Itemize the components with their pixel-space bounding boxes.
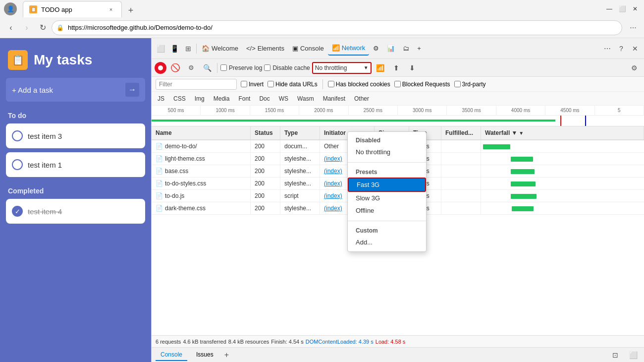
dt-tab-memory[interactable]: 📊 [383, 42, 399, 56]
task-text-1: test item 1 [28, 161, 62, 169]
clear-btn[interactable]: 🚫 [168, 61, 182, 75]
tab-close-btn[interactable]: × [107, 5, 115, 14]
todo-title: My tasks [34, 52, 92, 68]
add-item[interactable]: Add... [348, 236, 426, 248]
record-btn[interactable] [155, 62, 166, 74]
download-btn[interactable]: ⬇ [405, 61, 419, 75]
restore-btn[interactable]: ⬜ [617, 4, 627, 14]
filter-toggle-btn[interactable]: ⚙ [184, 61, 198, 75]
todo-section-label: To do [6, 112, 145, 120]
col-header-type[interactable]: Type [280, 126, 320, 139]
address-input[interactable] [52, 20, 622, 35]
hide-data-url-cb[interactable] [268, 81, 274, 87]
type-filter-font[interactable]: Font [234, 94, 254, 104]
dt-settings-btn[interactable]: ⚙ [627, 61, 641, 75]
dt-tab-welcome[interactable]: 🏠 Welcome [198, 42, 242, 56]
new-tab-btn[interactable]: + [124, 3, 138, 17]
window-close-btn[interactable]: ✕ [630, 4, 640, 14]
wifi-btn[interactable]: 📶 [374, 61, 387, 75]
task-checkbox-4[interactable]: ✓ [12, 206, 23, 217]
cell-fulfilled-4 [441, 178, 481, 189]
preserve-log-label[interactable]: Preserve log [220, 64, 262, 71]
task-item-1[interactable]: test item 1 [6, 152, 145, 177]
invert-cb[interactable] [241, 81, 247, 87]
dt-more-btn[interactable]: ⋯ [600, 42, 614, 56]
dt-tab-performance[interactable]: ⚙ [369, 42, 383, 56]
disable-cache-label[interactable]: Disable cache [264, 64, 310, 71]
dt-tab-add[interactable]: + [413, 42, 425, 56]
col-header-fulfilled[interactable]: Fulfilled... [441, 126, 481, 139]
add-task-label: + Add a task [12, 86, 125, 94]
invert-label[interactable]: Invert [241, 81, 264, 88]
type-filter-media[interactable]: Media [210, 94, 234, 104]
dt-help-btn[interactable]: ? [614, 42, 628, 56]
throttle-select[interactable]: No throttling ▼ [312, 62, 372, 74]
type-filter-js[interactable]: JS [154, 94, 168, 104]
back-btn[interactable]: ‹ [4, 21, 18, 35]
task-item-4[interactable]: ✓ test item 4 [6, 199, 145, 224]
type-filter-css[interactable]: CSS [169, 94, 190, 104]
fast-3g-item[interactable]: Fast 3G [348, 178, 426, 192]
type-filter-img[interactable]: Img [191, 94, 209, 104]
dt-tab-network[interactable]: 📶 Network [328, 42, 370, 56]
blocked-cookies-label[interactable]: Has blocked cookies [328, 81, 390, 88]
presets-header: Presets [348, 167, 426, 178]
bottom-tab-add[interactable]: + [222, 351, 231, 360]
dropdown-div-2 [348, 221, 426, 221]
task-checkbox-3[interactable] [12, 130, 23, 141]
presets-section: Presets Fast 3G Slow 3G Offline [348, 164, 426, 220]
col-header-name[interactable]: Name [152, 126, 251, 139]
waterfall-bar-2 [511, 157, 533, 162]
third-party-label[interactable]: 3rd-party [454, 81, 486, 88]
type-filter-doc[interactable]: Doc [255, 94, 273, 104]
dt-inspect-btn[interactable]: ⬜ [154, 42, 167, 56]
minimize-btn[interactable]: — [604, 4, 614, 14]
slow-3g-item[interactable]: Slow 3G [348, 192, 426, 204]
search-btn[interactable]: 🔍 [200, 61, 214, 75]
title-bar: 👤 📋 TODO app × + — ⬜ ✕ [0, 0, 644, 17]
bottom-expand-btn[interactable]: ⬜ [626, 348, 640, 362]
dt-responsive-btn[interactable]: ⊞ [181, 42, 195, 56]
dt-tab-console[interactable]: ▣ Console [288, 42, 328, 56]
type-filter-other[interactable]: Other [350, 94, 373, 104]
upload-btn[interactable]: ⬆ [389, 61, 403, 75]
filter-input[interactable] [156, 79, 237, 90]
waterfall-cell-5 [481, 190, 644, 202]
dt-tab-application[interactable]: 🗂 [399, 42, 413, 56]
filter-sep [322, 79, 323, 89]
refresh-btn[interactable]: ↻ [36, 21, 50, 35]
resources-size: 8.4 kB resources [228, 339, 269, 345]
type-filter-manifest[interactable]: Manifest [319, 94, 349, 104]
cell-type-3: styleshe... [280, 165, 320, 177]
disable-cache-cb[interactable] [264, 64, 270, 71]
preserve-log-cb[interactable] [220, 64, 227, 71]
type-filter-ws[interactable]: WS [275, 94, 292, 104]
forward-btn[interactable]: › [20, 21, 34, 35]
app-icon: 🗂 [403, 45, 409, 52]
blocked-requests-cb[interactable] [394, 81, 401, 87]
blocked-cookies-cb[interactable] [328, 81, 334, 87]
browser-menu-btn[interactable]: ··· [626, 21, 640, 35]
no-throttling-item[interactable]: No throttling [348, 146, 426, 158]
dt-close-btn[interactable]: ✕ [628, 42, 642, 56]
hide-data-url-label[interactable]: Hide data URLs [268, 81, 318, 88]
task-item-3[interactable]: test item 3 [6, 123, 145, 148]
dt-tab-elements[interactable]: </> Elements [242, 42, 288, 56]
todo-header: 📋 My tasks [6, 46, 145, 78]
task-checkbox-1[interactable] [12, 159, 23, 170]
col-header-status[interactable]: Status [251, 126, 280, 139]
dt-device-btn[interactable]: 📱 [167, 42, 181, 56]
type-filter-wasm[interactable]: Wasm [293, 94, 318, 104]
blocked-requests-label[interactable]: Blocked Requests [394, 81, 450, 88]
bottom-dock-btn[interactable]: ⊡ [608, 348, 622, 362]
finish-time: Finish: 4.54 s [271, 339, 303, 345]
bottom-tab-issues[interactable]: Issues [191, 349, 218, 361]
offline-item[interactable]: Offline [348, 204, 426, 217]
tick-1500: 1500 ms [250, 106, 299, 115]
browser-tab[interactable]: 📋 TODO app × [23, 1, 122, 17]
cell-status-3: 200 [251, 165, 280, 177]
col-header-waterfall[interactable]: Waterfall ▼ [481, 126, 644, 139]
add-task-row[interactable]: + Add a task → [6, 78, 145, 102]
bottom-tab-console[interactable]: Console [156, 349, 187, 361]
third-party-cb[interactable] [454, 81, 461, 87]
